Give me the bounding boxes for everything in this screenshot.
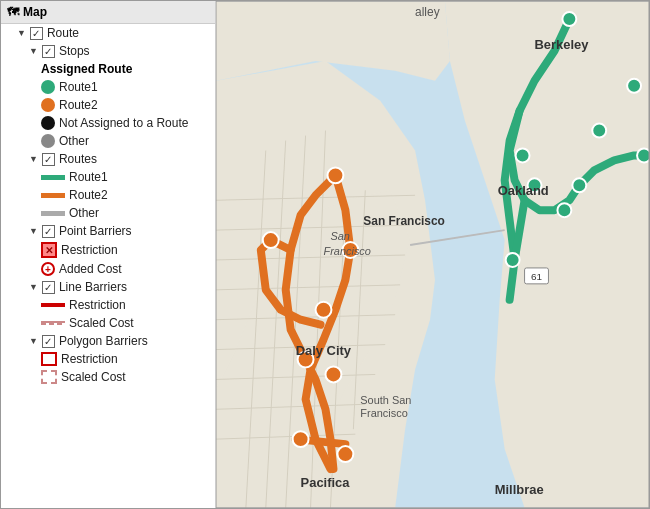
poly-expand: ▼ [29,336,38,346]
svg-point-33 [327,167,343,183]
valley-label: alley [415,5,440,19]
sf-small-label: San [330,230,349,242]
route2-line [41,193,65,198]
route2-dot [41,98,55,112]
line-barriers-group[interactable]: ▼ Line Barriers [1,278,215,296]
point-barriers-group[interactable]: ▼ Point Barriers [1,222,215,240]
routes-route2-label: Route2 [69,188,108,202]
svg-point-36 [316,302,332,318]
pacifica-label: Pacifica [301,475,351,490]
route1-dot [41,80,55,94]
pb-expand: ▼ [29,226,38,236]
svg-text:61: 61 [531,271,543,282]
pb-added-cost-label: Added Cost [59,262,122,276]
poly-scaled-cost-icon [41,370,57,384]
daly-city-label: Daly City [296,343,352,358]
assigned-route-header: Assigned Route [1,60,215,78]
not-assigned-label: Not Assigned to a Route [59,116,188,130]
stops-label: Stops [59,44,90,58]
svg-point-38 [325,366,341,382]
pb-added-cost-icon [41,262,55,276]
south-sf-label: South San [360,394,411,406]
lb-label: Line Barriers [59,280,127,294]
oakland-label: Oakland [498,183,549,198]
polygon-barriers-group[interactable]: ▼ Polygon Barriers [1,332,215,350]
millbrae-label: Millbrae [495,482,544,497]
routes-other-label: Other [69,206,99,220]
lb-checkbox[interactable] [42,281,55,294]
lb-scaled-cost-label: Scaled Cost [69,316,134,330]
legend-route1-stop: Route1 [1,78,215,96]
route-checkbox[interactable] [30,27,43,40]
lb-scaled-cost-icon [41,321,65,325]
svg-point-25 [627,79,641,93]
panel-header: 🗺 Map [1,1,215,24]
routes-other-line [41,211,65,216]
routes-expand: ▼ [29,154,38,164]
stops-checkbox[interactable] [42,45,55,58]
svg-point-29 [557,203,571,217]
svg-point-24 [562,12,576,26]
svg-point-26 [592,124,606,138]
svg-point-32 [506,253,520,267]
map-area[interactable]: 61 Berkeley San Francisco [216,1,649,508]
poly-label: Polygon Barriers [59,334,148,348]
pb-label: Point Barriers [59,224,132,238]
pb-checkbox[interactable] [42,225,55,238]
assigned-route-label: Assigned Route [41,62,132,76]
poly-restriction-icon [41,352,57,366]
other-stops-label: Other [59,134,89,148]
svg-point-40 [337,446,353,462]
legend-pb-restriction: Restriction [1,240,215,260]
pb-restriction-icon [41,242,57,258]
pb-restriction-label: Restriction [61,243,118,257]
svg-point-34 [263,232,279,248]
legend-route2-stop: Route2 [1,96,215,114]
legend-routes-route1: Route1 [1,168,215,186]
legend-not-assigned: Not Assigned to a Route [1,114,215,132]
svg-point-28 [572,178,586,192]
svg-point-31 [516,148,530,162]
berkeley-label: Berkeley [535,37,590,52]
routes-route1-label: Route1 [69,170,108,184]
legend-panel: 🗺 Map ▼ Route ▼ Stops Assigned Route Rou… [1,1,216,509]
lb-restriction-icon [41,303,65,307]
routes-checkbox[interactable] [42,153,55,166]
route1-stop-label: Route1 [59,80,98,94]
legend-lb-restriction: Restriction [1,296,215,314]
panel-title: Map [23,5,47,19]
legend-poly-scaled-cost: Scaled Cost [1,368,215,386]
lb-restriction-label: Restriction [69,298,126,312]
routes-group[interactable]: ▼ Routes [1,150,215,168]
legend-pb-added-cost: Added Cost [1,260,215,278]
route-label: Route [47,26,79,40]
svg-point-27 [637,148,649,162]
map-svg: 61 Berkeley San Francisco [216,1,649,508]
legend-poly-restriction: Restriction [1,350,215,368]
lb-expand: ▼ [29,282,38,292]
stops-expand: ▼ [29,46,38,56]
not-assigned-dot [41,116,55,130]
poly-restriction-label: Restriction [61,352,118,366]
legend-routes-other: Other [1,204,215,222]
route-group[interactable]: ▼ Route [1,24,215,42]
route2-stop-label: Route2 [59,98,98,112]
sf-small-label2: Francisco [324,245,371,257]
legend-routes-route2: Route2 [1,186,215,204]
route1-line [41,175,65,180]
stops-group[interactable]: ▼ Stops [1,42,215,60]
map-folder-icon: 🗺 [7,5,19,19]
route-expand: ▼ [17,28,26,38]
routes-label: Routes [59,152,97,166]
legend-other-stops: Other [1,132,215,150]
sf-label: San Francisco [363,214,445,228]
poly-checkbox[interactable] [42,335,55,348]
legend-lb-scaled-cost: Scaled Cost [1,314,215,332]
svg-point-39 [293,431,309,447]
south-sf-label2: Francisco [360,407,407,419]
poly-scaled-cost-label: Scaled Cost [61,370,126,384]
other-stops-dot [41,134,55,148]
